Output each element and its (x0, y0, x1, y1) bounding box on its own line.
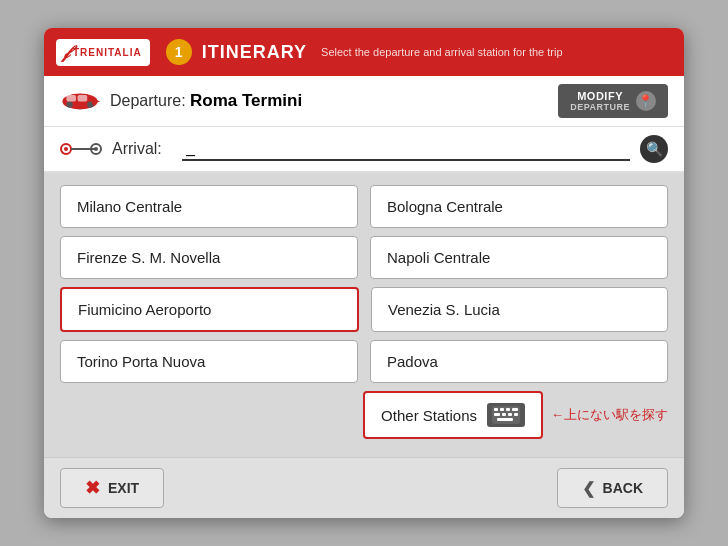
page-subtitle: Select the departure and arrival station… (321, 46, 563, 58)
modify-departure-button[interactable]: MODIFY DEPARTURE 📍 (558, 84, 668, 118)
other-stations-row: Other Stations ←上 (60, 391, 668, 439)
svg-rect-18 (502, 413, 506, 416)
svg-rect-20 (514, 413, 518, 416)
svg-rect-17 (494, 413, 500, 416)
station-button-napoli[interactable]: Napoli Centrale (370, 236, 668, 279)
departure-text: Departure: Roma Termini (110, 91, 302, 111)
logo-symbol: 𝒻 (64, 42, 69, 63)
footer-bar: ✖ EXIT ❮ BACK (44, 457, 684, 518)
departure-station: Roma Termini (190, 91, 302, 110)
svg-rect-5 (66, 95, 76, 101)
departure-info: Departure: Roma Termini (60, 86, 302, 116)
svg-point-2 (66, 101, 72, 107)
back-button[interactable]: ❮ BACK (557, 468, 668, 508)
exit-icon: ✖ (85, 477, 100, 499)
svg-rect-14 (500, 408, 504, 411)
station-button-fiumicino[interactable]: Fiumicino Aeroporto (60, 287, 359, 332)
arrival-bar: Arrival: 🔍 (44, 127, 684, 173)
logo-text: TRENITALIA (73, 47, 142, 58)
station-row-3: Fiumicino Aeroporto Venezia S. Lucia (60, 287, 668, 332)
departure-label: Departure: (110, 92, 186, 109)
station-button-milano[interactable]: Milano Centrale (60, 185, 358, 228)
keyboard-icon (487, 403, 525, 427)
station-button-torino[interactable]: Torino Porta Nuova (60, 340, 358, 383)
svg-rect-16 (512, 408, 518, 411)
station-row-2: Firenze S. M. Novella Napoli Centrale (60, 236, 668, 279)
svg-rect-19 (508, 413, 512, 416)
arrival-label: Arrival: (112, 140, 172, 158)
back-icon: ❮ (582, 479, 595, 498)
exit-label: EXIT (108, 480, 139, 496)
back-label: BACK (603, 480, 643, 496)
exit-button[interactable]: ✖ EXIT (60, 468, 164, 508)
svg-point-8 (64, 147, 68, 151)
station-button-bologna[interactable]: Bologna Centrale (370, 185, 668, 228)
train-icon (60, 86, 100, 116)
step-badge: 1 (166, 39, 192, 65)
station-button-padova[interactable]: Padova (370, 340, 668, 383)
page-title: ITINERARY (202, 42, 307, 63)
kiosk-frame: 𝒻 TRENITALIA 1 ITINERARY Select the depa… (44, 28, 684, 518)
trenitalia-logo: 𝒻 TRENITALIA (56, 39, 150, 66)
arrival-input[interactable] (182, 137, 630, 161)
annotation-text: ←上にない駅を探す (551, 406, 668, 424)
svg-rect-15 (506, 408, 510, 411)
search-icon[interactable]: 🔍 (640, 135, 668, 163)
station-button-venezia[interactable]: Venezia S. Lucia (371, 287, 668, 332)
stations-grid: Milano Centrale Bologna Centrale Firenze… (44, 173, 684, 457)
svg-rect-6 (78, 95, 88, 101)
modify-label: MODIFY DEPARTURE (570, 90, 630, 112)
station-row-1: Milano Centrale Bologna Centrale (60, 185, 668, 228)
other-stations-button[interactable]: Other Stations (363, 391, 543, 439)
departure-bar: Departure: Roma Termini MODIFY DEPARTURE… (44, 76, 684, 127)
location-icon: 📍 (636, 91, 656, 111)
svg-rect-13 (494, 408, 498, 411)
other-stations-label: Other Stations (381, 407, 477, 424)
header-bar: 𝒻 TRENITALIA 1 ITINERARY Select the depa… (44, 28, 684, 76)
svg-point-11 (94, 147, 98, 151)
station-row-4: Torino Porta Nuova Padova (60, 340, 668, 383)
station-button-firenze[interactable]: Firenze S. M. Novella (60, 236, 358, 279)
svg-rect-21 (497, 418, 513, 421)
arrival-train-icon (60, 135, 102, 163)
